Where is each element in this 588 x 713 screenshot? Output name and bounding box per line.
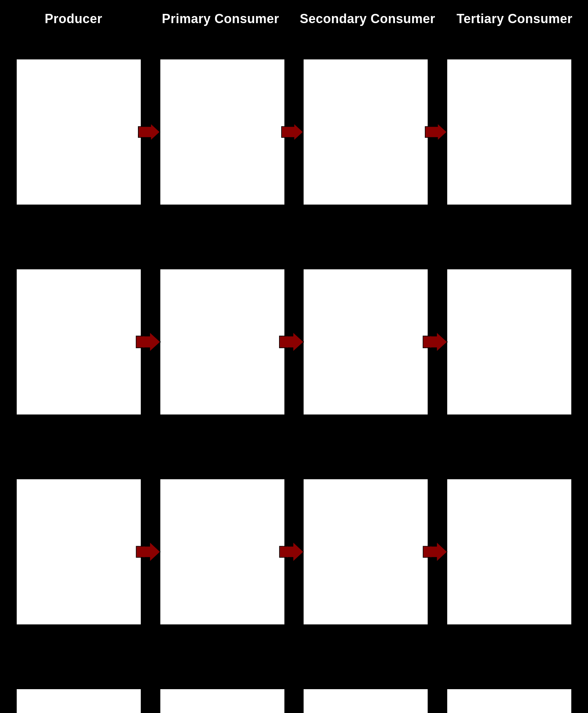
cell-box-1-3 <box>303 58 429 206</box>
cell-1-1 <box>7 48 151 216</box>
grid-row-2 <box>7 258 581 426</box>
cell-1-2 <box>151 48 294 216</box>
cell-box-2-3 <box>303 268 429 416</box>
cell-box-1-4 <box>446 58 572 206</box>
cell-box-4-4 <box>446 688 572 713</box>
svg-marker-3 <box>282 123 303 141</box>
cell-box-4-3 <box>303 688 429 713</box>
arrow-2-1 <box>136 332 161 352</box>
arrow-3-1 <box>136 542 161 562</box>
cell-box-4-1 <box>16 688 142 713</box>
cell-2-3 <box>294 258 438 426</box>
arrow-3-3 <box>423 542 448 562</box>
cell-box-4-2 <box>159 688 285 713</box>
cell-box-3-2 <box>159 478 285 625</box>
svg-marker-17 <box>279 542 304 562</box>
header-primary-consumer: Primary Consumer <box>147 11 294 26</box>
svg-marker-4 <box>425 123 447 141</box>
header-secondary-consumer: Secondary Consumer <box>294 11 441 26</box>
cell-4-1 <box>7 678 151 713</box>
divider-4-1 <box>146 678 151 713</box>
arrow-1-2 <box>281 123 304 141</box>
cell-1-3 <box>294 48 438 216</box>
cell-1-4 <box>438 48 581 216</box>
cell-box-3-3 <box>303 478 429 625</box>
divider-4-3 <box>433 678 438 713</box>
svg-marker-0 <box>138 123 160 141</box>
header-row: Producer Primary Consumer Secondary Cons… <box>0 0 588 38</box>
arrow-2-2 <box>279 332 304 352</box>
cell-2-2 <box>151 258 294 426</box>
header-tertiary-consumer: Tertiary Consumer <box>441 11 588 26</box>
cell-3-3 <box>294 468 438 635</box>
divider-4-2 <box>289 678 294 713</box>
svg-marker-14 <box>136 542 160 562</box>
cell-box-2-2 <box>159 268 285 416</box>
arrow-1-1 <box>138 123 161 141</box>
arrow-2-3 <box>423 332 448 352</box>
grid-container <box>0 38 588 713</box>
arrow-3-2 <box>279 542 304 562</box>
cell-4-2 <box>151 678 294 713</box>
cell-3-2 <box>151 468 294 635</box>
svg-marker-20 <box>423 542 447 562</box>
cell-4-3 <box>294 678 438 713</box>
grid-row-4 <box>7 678 581 713</box>
cell-box-2-4 <box>446 268 572 416</box>
grid-row-3 <box>7 468 581 635</box>
cell-box-3-1 <box>16 478 142 625</box>
arrow-1-3 <box>424 123 448 141</box>
cell-3-1 <box>7 468 151 635</box>
cell-box-3-4 <box>446 478 572 625</box>
cell-3-4 <box>438 468 581 635</box>
cell-2-4 <box>438 258 581 426</box>
header-producer: Producer <box>0 11 147 26</box>
cell-box-1-2 <box>159 58 285 206</box>
cell-4-4 <box>438 678 581 713</box>
cell-box-2-1 <box>16 268 142 416</box>
cell-box-1-1 <box>16 58 142 206</box>
cell-2-1 <box>7 258 151 426</box>
grid-row-1 <box>7 48 581 216</box>
